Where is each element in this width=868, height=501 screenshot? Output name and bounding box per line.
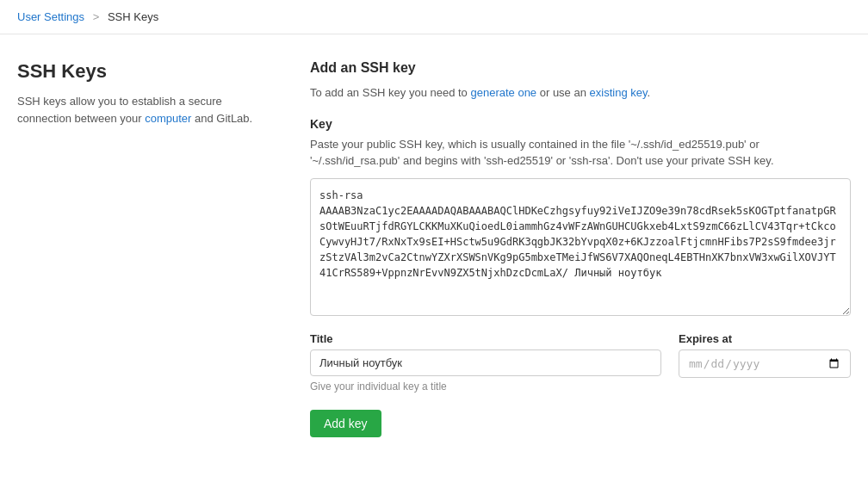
key-description: Paste your public SSH key, which is usua… <box>310 136 851 170</box>
title-label: Title <box>310 332 661 345</box>
right-panel: Add an SSH key To add an SSH key you nee… <box>310 60 851 437</box>
expires-date-input[interactable] <box>679 349 851 378</box>
breadcrumb-separator: > <box>93 10 100 23</box>
form-row: Title Give your individual key a title E… <box>310 332 851 393</box>
title-hint: Give your individual key a title <box>310 380 661 393</box>
key-textarea[interactable]: ssh-rsa AAAAB3NzaC1yc2EAAAADAQABAAABAQCl… <box>310 178 851 316</box>
computer-link[interactable]: computer <box>145 112 191 125</box>
existing-link[interactable]: existing key <box>590 86 648 99</box>
left-panel: SSH Keys SSH keys allow you to establish… <box>17 60 258 437</box>
expires-group: Expires at <box>679 332 851 378</box>
date-input-wrapper <box>679 349 851 378</box>
title-group: Title Give your individual key a title <box>310 332 661 393</box>
title-input[interactable] <box>310 349 661 376</box>
breadcrumb: User Settings > SSH Keys <box>0 0 868 34</box>
breadcrumb-parent-link[interactable]: User Settings <box>17 10 84 23</box>
key-section-label: Key <box>310 117 851 131</box>
intro-text: To add an SSH key you need to generate o… <box>310 84 851 102</box>
add-key-heading: Add an SSH key <box>310 60 851 76</box>
expires-label: Expires at <box>679 332 851 345</box>
page-title: SSH Keys <box>17 60 258 83</box>
main-layout: SSH Keys SSH keys allow you to establish… <box>0 34 868 463</box>
generate-link[interactable]: generate one <box>470 86 536 99</box>
breadcrumb-current: SSH Keys <box>108 10 158 23</box>
left-description: SSH keys allow you to establish a secure… <box>17 93 258 127</box>
add-key-button[interactable]: Add key <box>310 410 381 437</box>
